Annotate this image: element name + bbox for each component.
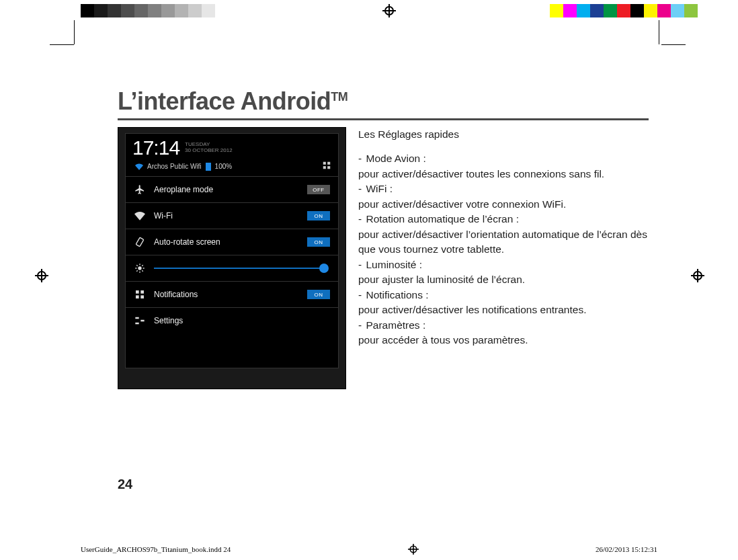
slider-thumb[interactable] [319, 264, 329, 273]
qs-airplane-toggle[interactable]: OFF [307, 185, 330, 194]
qs-notifications-label: Notifications [154, 290, 299, 299]
rotate-icon [134, 236, 146, 248]
desc-rotate-title: Rotation automatique de l’écran : [366, 213, 518, 225]
qs-brightness[interactable] [126, 255, 338, 282]
svg-rect-9 [140, 295, 144, 298]
desc-airplane-title: Mode Avion : [366, 153, 425, 164]
swatch [94, 4, 108, 17]
swatch [108, 4, 121, 17]
page-number: 24 [118, 477, 132, 492]
title-text: L’interface Android [118, 87, 331, 115]
desc-rotate-body: pour activer/désactiver l’orientation au… [358, 227, 647, 257]
registration-mark-bottom [408, 544, 419, 555]
qs-rotate[interactable]: Auto-rotate screen ON [126, 229, 338, 255]
swatch [202, 4, 215, 17]
registration-mark-right [691, 269, 704, 282]
desc-notif-body: pour activer/désactiver les notification… [358, 303, 647, 317]
print-color-strip [0, 3, 738, 19]
qs-rotate-toggle[interactable]: ON [307, 237, 330, 247]
grayscale-swatches [81, 4, 229, 17]
battery-label: 100% [215, 163, 233, 170]
swatch [604, 4, 617, 17]
swatch [671, 4, 684, 17]
swatch [590, 4, 604, 17]
footer-timestamp: 26/02/2013 15:12:31 [596, 545, 657, 553]
ssid-label: Archos Public Wifi [147, 163, 202, 170]
page-title: L’interface AndroidTM [118, 87, 659, 116]
swatch [657, 4, 671, 17]
swatch [630, 4, 644, 17]
qs-wifi-label: Wi-Fi [154, 211, 299, 221]
swatch [121, 4, 134, 17]
svg-rect-6 [136, 290, 139, 294]
swatch [577, 4, 590, 17]
clock-time: 17:14 [132, 136, 179, 159]
battery-icon [206, 163, 211, 171]
swatch [563, 4, 577, 17]
swatch [644, 4, 657, 17]
brightness-icon [134, 262, 146, 274]
crop-mark [50, 44, 74, 45]
svg-rect-8 [136, 295, 139, 298]
android-screenshot: 17:14 TUESDAY 30 OCTOBER 2012 Archos Pub… [118, 127, 346, 389]
qs-airplane[interactable]: Aeroplane mode OFF [126, 177, 338, 203]
settings-icon [134, 315, 146, 327]
qs-settings-label: Settings [154, 316, 330, 325]
brightness-slider[interactable] [154, 268, 325, 269]
status-clock-row: 17:14 TUESDAY 30 OCTOBER 2012 [126, 134, 338, 161]
svg-rect-4 [136, 237, 144, 247]
swatch [134, 4, 148, 17]
qs-wifi[interactable]: Wi-Fi ON [126, 203, 338, 229]
swatch [148, 4, 161, 17]
swatch [684, 4, 698, 17]
desc-settings-body: pour accéder à tous vos paramètres. [358, 333, 647, 348]
svg-rect-2 [323, 166, 326, 169]
trademark: TM [331, 90, 347, 104]
wifi-icon [134, 210, 146, 222]
description-column: Les Réglages rapides - Mode Avion : pour… [358, 127, 647, 389]
footer-filename: UserGuide_ARCHOS97b_Titanium_book.indd 2… [81, 545, 231, 553]
desc-settings-title: Paramètres : [366, 319, 425, 331]
desc-wifi-body: pour activer/désactiver votre connexion … [358, 197, 647, 212]
desc-heading: Les Réglages rapides [358, 127, 647, 142]
swatch [617, 4, 630, 17]
svg-point-5 [138, 266, 141, 270]
title-rule [118, 118, 649, 120]
print-footer: UserGuide_ARCHOS97b_Titanium_book.indd 2… [0, 543, 738, 556]
airplane-icon [134, 184, 146, 196]
desc-bright-title: Luminosité : [366, 259, 422, 270]
swatch [175, 4, 188, 17]
qs-airplane-label: Aeroplane mode [154, 185, 299, 194]
quick-settings-list: Aeroplane mode OFF Wi-Fi ON [126, 176, 338, 333]
swatch [215, 4, 229, 17]
qs-rotate-label: Auto-rotate screen [154, 237, 299, 247]
notifications-icon [134, 288, 146, 301]
qs-notifications[interactable]: Notifications ON [126, 282, 338, 308]
color-swatches [550, 4, 698, 17]
qs-notifications-toggle[interactable]: ON [307, 290, 330, 299]
swatch [188, 4, 202, 17]
desc-wifi-title: WiFi : [366, 183, 393, 194]
crop-mark [659, 20, 659, 44]
svg-rect-3 [327, 166, 330, 169]
svg-rect-0 [323, 162, 326, 165]
status-bar: Archos Public Wifi 100% [126, 161, 338, 176]
quick-settings-icon [322, 161, 331, 172]
svg-rect-7 [140, 290, 144, 294]
svg-rect-1 [327, 162, 330, 165]
swatch [550, 4, 563, 17]
registration-mark-left [35, 269, 48, 282]
clock-date: 30 OCTOBER 2012 [185, 148, 233, 154]
page-content: L’interface AndroidTM 17:14 TUESDAY 30 O… [74, 40, 659, 504]
desc-airplane-body: pour activer/désactiver toutes les conne… [358, 167, 647, 182]
registration-mark-top [382, 4, 396, 17]
swatch [81, 4, 94, 17]
wifi-icon [135, 163, 143, 171]
crop-mark [661, 44, 686, 45]
desc-bright-body: pour ajuster la luminosité de l’écran. [358, 272, 647, 287]
qs-settings[interactable]: Settings [126, 308, 338, 333]
qs-wifi-toggle[interactable]: ON [307, 211, 330, 221]
swatch [161, 4, 175, 17]
desc-notif-title: Notifications : [366, 289, 428, 301]
